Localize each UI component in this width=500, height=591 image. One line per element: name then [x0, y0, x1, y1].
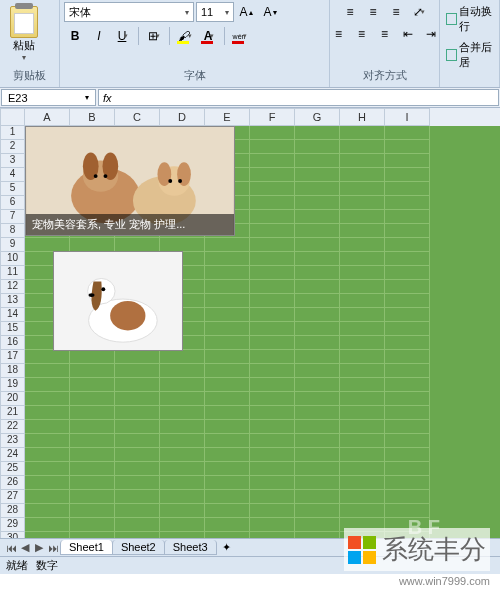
- cell[interactable]: [115, 504, 160, 518]
- cell[interactable]: [295, 336, 340, 350]
- cell[interactable]: [385, 266, 430, 280]
- cell[interactable]: [385, 392, 430, 406]
- spreadsheet-grid[interactable]: ABCDEFGHI 123456789101112131415161718192…: [0, 108, 500, 538]
- cell[interactable]: [295, 364, 340, 378]
- cell[interactable]: [340, 364, 385, 378]
- phonetic-button[interactable]: wén▾: [229, 26, 251, 46]
- cell[interactable]: [250, 504, 295, 518]
- cell[interactable]: [205, 336, 250, 350]
- row-header-1[interactable]: 1: [0, 126, 25, 140]
- cell[interactable]: [205, 322, 250, 336]
- cell[interactable]: [295, 168, 340, 182]
- col-header-E[interactable]: E: [205, 108, 250, 126]
- cell[interactable]: [70, 476, 115, 490]
- cell[interactable]: [295, 154, 340, 168]
- cell[interactable]: [25, 490, 70, 504]
- name-box[interactable]: E23▾: [1, 89, 96, 106]
- cell[interactable]: [295, 266, 340, 280]
- cell[interactable]: [385, 224, 430, 238]
- cell[interactable]: [295, 420, 340, 434]
- cell[interactable]: [115, 490, 160, 504]
- cell[interactable]: [340, 462, 385, 476]
- cell[interactable]: [340, 126, 385, 140]
- cell[interactable]: [115, 434, 160, 448]
- tab-sheet2[interactable]: Sheet2: [112, 540, 165, 555]
- cell[interactable]: [385, 434, 430, 448]
- embedded-image-1[interactable]: 宠物美容套系, 专业 宠物 护理...: [25, 126, 235, 236]
- cell[interactable]: [25, 476, 70, 490]
- cell[interactable]: [295, 392, 340, 406]
- cell[interactable]: [160, 490, 205, 504]
- row-header-12[interactable]: 12: [0, 280, 25, 294]
- cell[interactable]: [295, 532, 340, 538]
- cell[interactable]: [205, 532, 250, 538]
- cell[interactable]: [160, 476, 205, 490]
- col-header-G[interactable]: G: [295, 108, 340, 126]
- cell[interactable]: [205, 364, 250, 378]
- cell[interactable]: [340, 434, 385, 448]
- cell[interactable]: [160, 238, 205, 252]
- cell[interactable]: [205, 378, 250, 392]
- cell[interactable]: [205, 434, 250, 448]
- cell[interactable]: [250, 308, 295, 322]
- cell[interactable]: [385, 168, 430, 182]
- cell[interactable]: [340, 490, 385, 504]
- cell[interactable]: [115, 392, 160, 406]
- cell[interactable]: [385, 336, 430, 350]
- cell[interactable]: [250, 532, 295, 538]
- row-header-6[interactable]: 6: [0, 196, 25, 210]
- cell[interactable]: [115, 406, 160, 420]
- row-header-9[interactable]: 9: [0, 238, 25, 252]
- cell[interactable]: [250, 154, 295, 168]
- tab-nav-prev[interactable]: ◀: [18, 541, 32, 554]
- cell[interactable]: [340, 392, 385, 406]
- cell[interactable]: [340, 280, 385, 294]
- cell[interactable]: [340, 378, 385, 392]
- align-bottom-button[interactable]: ≡: [385, 2, 407, 22]
- col-header-F[interactable]: F: [250, 108, 295, 126]
- font-color-button[interactable]: A▾: [198, 26, 220, 46]
- cell[interactable]: [205, 294, 250, 308]
- align-right-button[interactable]: ≡: [374, 24, 396, 44]
- fill-color-button[interactable]: 🖌▾: [174, 26, 196, 46]
- cell[interactable]: [340, 252, 385, 266]
- cell[interactable]: [340, 504, 385, 518]
- cell[interactable]: [70, 434, 115, 448]
- cell[interactable]: [295, 350, 340, 364]
- cell[interactable]: [70, 238, 115, 252]
- cell[interactable]: [205, 280, 250, 294]
- cell[interactable]: [160, 532, 205, 538]
- cell[interactable]: [250, 266, 295, 280]
- cell[interactable]: [385, 378, 430, 392]
- font-size-combo[interactable]: 11▾: [196, 2, 234, 22]
- cell[interactable]: [385, 182, 430, 196]
- align-middle-button[interactable]: ≡: [362, 2, 384, 22]
- col-header-C[interactable]: C: [115, 108, 160, 126]
- row-header-10[interactable]: 10: [0, 252, 25, 266]
- cell[interactable]: [115, 476, 160, 490]
- row-header-2[interactable]: 2: [0, 140, 25, 154]
- cell[interactable]: [115, 532, 160, 538]
- cell[interactable]: [205, 406, 250, 420]
- cell[interactable]: [25, 434, 70, 448]
- cell[interactable]: [385, 420, 430, 434]
- cell[interactable]: [205, 462, 250, 476]
- cell[interactable]: [205, 266, 250, 280]
- cell[interactable]: [160, 378, 205, 392]
- cell[interactable]: [70, 532, 115, 538]
- cell[interactable]: [295, 518, 340, 532]
- cell[interactable]: [25, 420, 70, 434]
- col-header-A[interactable]: A: [25, 108, 70, 126]
- cell[interactable]: [385, 364, 430, 378]
- wrap-text-button[interactable]: 自动换行: [444, 2, 495, 36]
- cell[interactable]: [385, 308, 430, 322]
- cell[interactable]: [295, 126, 340, 140]
- cell[interactable]: [250, 224, 295, 238]
- cell[interactable]: [295, 182, 340, 196]
- cell[interactable]: [295, 476, 340, 490]
- col-header-B[interactable]: B: [70, 108, 115, 126]
- row-header-26[interactable]: 26: [0, 476, 25, 490]
- cell[interactable]: [295, 406, 340, 420]
- cell[interactable]: [25, 462, 70, 476]
- cell[interactable]: [340, 420, 385, 434]
